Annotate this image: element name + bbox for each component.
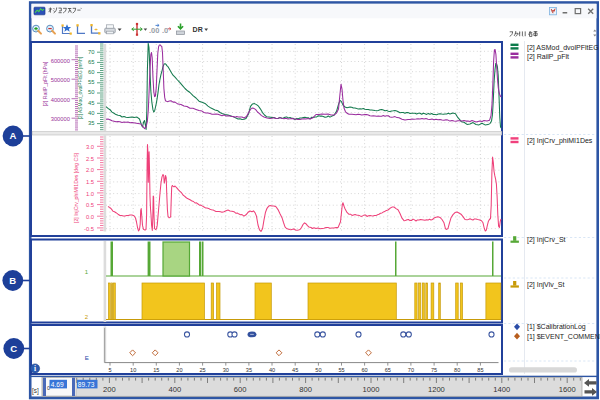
- svg-text:65: 65: [88, 59, 94, 65]
- svg-text:70: 70: [408, 367, 414, 373]
- svg-text:500000: 500000: [51, 77, 70, 83]
- svg-text:0.0: 0.0: [86, 214, 94, 220]
- svg-text:2.5: 2.5: [86, 156, 94, 162]
- svg-text:20: 20: [176, 367, 182, 373]
- svg-text:[2] InjCrv_phiMI1Des: [2] InjCrv_phiMI1Des: [527, 137, 593, 145]
- svg-text:[s]: [s]: [32, 387, 39, 395]
- svg-text:1.5: 1.5: [86, 179, 94, 185]
- svg-text:[2] ASMod_dvolPFltEG: [2] ASMod_dvolPFltEG: [527, 44, 599, 52]
- svg-text:600: 600: [234, 385, 247, 394]
- svg-text:50: 50: [315, 367, 321, 373]
- svg-text:i: i: [34, 364, 36, 373]
- svg-text:DR: DR: [193, 26, 204, 33]
- svg-text:40: 40: [269, 367, 275, 373]
- svg-text:10: 10: [130, 367, 136, 373]
- svg-text:B: B: [9, 275, 16, 286]
- svg-text:[2] RailP_pFlt [hPa]: [2] RailP_pFlt [hPa]: [42, 61, 48, 106]
- svg-text:45: 45: [292, 367, 298, 373]
- svg-text:25: 25: [199, 367, 205, 373]
- svg-text:200: 200: [103, 385, 116, 394]
- svg-text:-0.5: -0.5: [84, 226, 94, 232]
- svg-text:A: A: [10, 130, 17, 141]
- svg-text:80: 80: [454, 367, 460, 373]
- svg-text:55: 55: [88, 79, 94, 85]
- svg-text:15: 15: [153, 367, 159, 373]
- svg-text:C: C: [10, 343, 17, 354]
- svg-text:4.69: 4.69: [51, 381, 64, 388]
- svg-text:[1] $EVENT_COMMENTS: [1] $EVENT_COMMENTS: [527, 333, 600, 341]
- svg-text:65: 65: [385, 367, 391, 373]
- svg-text:85: 85: [477, 367, 483, 373]
- svg-text:75: 75: [431, 367, 437, 373]
- svg-text:1.0: 1.0: [86, 191, 94, 197]
- svg-text:800: 800: [299, 385, 312, 394]
- svg-text:.0: .0: [162, 26, 168, 35]
- svg-text:1000: 1000: [363, 385, 380, 394]
- svg-text:45: 45: [88, 100, 94, 106]
- svg-text:2.0: 2.0: [86, 167, 94, 173]
- svg-text:[2] ASMod_dvolPFltEG [m³/h]: [2] ASMod_dvolPFltEG [m³/h]: [78, 57, 83, 120]
- svg-text:400000: 400000: [51, 97, 70, 103]
- svg-text:5: 5: [108, 367, 111, 373]
- svg-text:60: 60: [361, 367, 367, 373]
- svg-text:89.73: 89.73: [78, 381, 95, 388]
- svg-text:1200: 1200: [428, 385, 445, 394]
- svg-text:50: 50: [88, 89, 94, 95]
- svg-text:55: 55: [338, 367, 344, 373]
- svg-text:40: 40: [88, 110, 94, 116]
- svg-text:[1] $CalibrationLog: [1] $CalibrationLog: [527, 323, 586, 331]
- svg-text:.00: .00: [149, 26, 159, 35]
- svg-text:[2] RailP_pFlt: [2] RailP_pFlt: [527, 53, 569, 61]
- svg-text:300000: 300000: [51, 116, 70, 122]
- svg-text:30: 30: [223, 367, 229, 373]
- svg-text:35: 35: [246, 367, 252, 373]
- svg-text:70: 70: [88, 49, 94, 55]
- svg-text:[2] InjVlv_St: [2] InjVlv_St: [527, 281, 564, 289]
- svg-text:400: 400: [168, 385, 181, 394]
- svg-text:0.5: 0.5: [86, 202, 94, 208]
- svg-text:600000: 600000: [51, 58, 70, 64]
- svg-text:E: E: [85, 354, 89, 361]
- svg-text:60: 60: [88, 69, 94, 75]
- svg-text:[2] InjCrv_St: [2] InjCrv_St: [527, 236, 566, 244]
- svg-text:35: 35: [88, 120, 94, 126]
- svg-text:[2] InjCrv_phiMI1Des [deg CS]: [2] InjCrv_phiMI1Des [deg CS]: [73, 152, 79, 223]
- svg-text:3.0: 3.0: [86, 144, 94, 150]
- svg-text:1400: 1400: [493, 385, 510, 394]
- svg-text:1600: 1600: [559, 385, 576, 394]
